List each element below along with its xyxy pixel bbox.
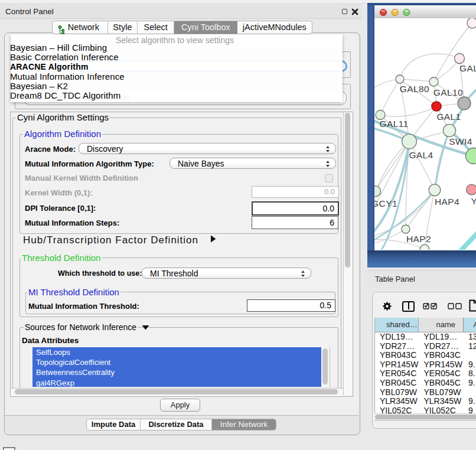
svg-text:HAP2: HAP2 bbox=[406, 234, 431, 244]
svg-text:GAL1: GAL1 bbox=[436, 112, 461, 122]
svg-text:Y: Y bbox=[471, 196, 476, 206]
svg-text:GAL10: GAL10 bbox=[433, 87, 463, 97]
svg-text:GAL11: GAL11 bbox=[379, 119, 408, 129]
svg-text:GAL80: GAL80 bbox=[400, 84, 429, 94]
svg-text:SWI4: SWI4 bbox=[449, 136, 472, 146]
svg-text:GAL: GAL bbox=[459, 63, 476, 73]
svg-text:HAP4: HAP4 bbox=[435, 197, 459, 207]
svg-text:GAL4: GAL4 bbox=[409, 150, 433, 160]
svg-text:GCY1: GCY1 bbox=[374, 198, 397, 208]
